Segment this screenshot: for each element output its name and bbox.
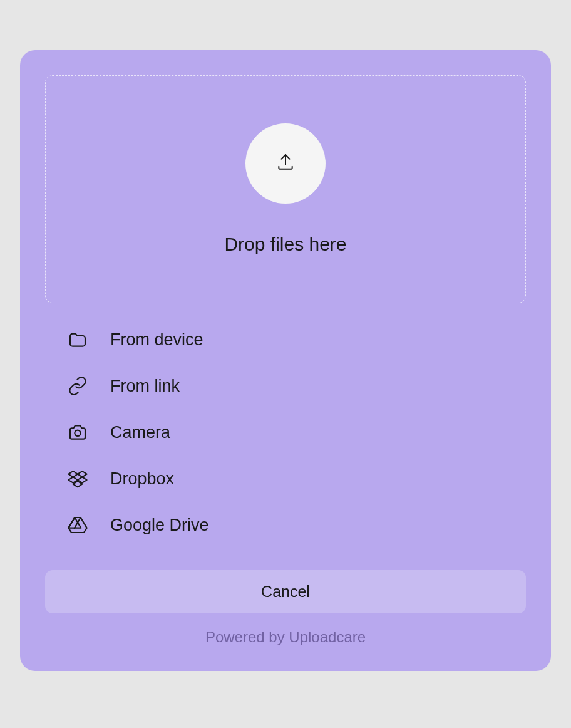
upload-icon (275, 152, 296, 175)
folder-icon (68, 330, 88, 350)
source-label: Dropbox (110, 469, 174, 489)
source-label: Google Drive (110, 516, 209, 535)
upload-modal: Drop files here From device From link (20, 50, 551, 671)
source-from-link[interactable]: From link (68, 376, 503, 396)
link-icon (68, 376, 88, 396)
cancel-button[interactable]: Cancel (45, 570, 526, 613)
source-label: Camera (110, 423, 170, 442)
source-dropbox[interactable]: Dropbox (68, 469, 503, 489)
source-label: From device (110, 330, 203, 350)
source-camera[interactable]: Camera (68, 422, 503, 442)
source-label: From link (110, 377, 180, 396)
dropzone-label: Drop files here (224, 234, 346, 255)
camera-icon (68, 422, 88, 442)
svg-point-0 (75, 430, 80, 436)
source-from-device[interactable]: From device (68, 330, 503, 350)
source-list: From device From link Camera (45, 303, 526, 535)
file-dropzone[interactable]: Drop files here (45, 75, 526, 303)
google-drive-icon (68, 515, 88, 535)
source-google-drive[interactable]: Google Drive (68, 515, 503, 535)
dropbox-icon (68, 469, 88, 489)
upload-circle[interactable] (245, 123, 326, 204)
powered-by-label: Powered by Uploadcare (45, 628, 526, 646)
